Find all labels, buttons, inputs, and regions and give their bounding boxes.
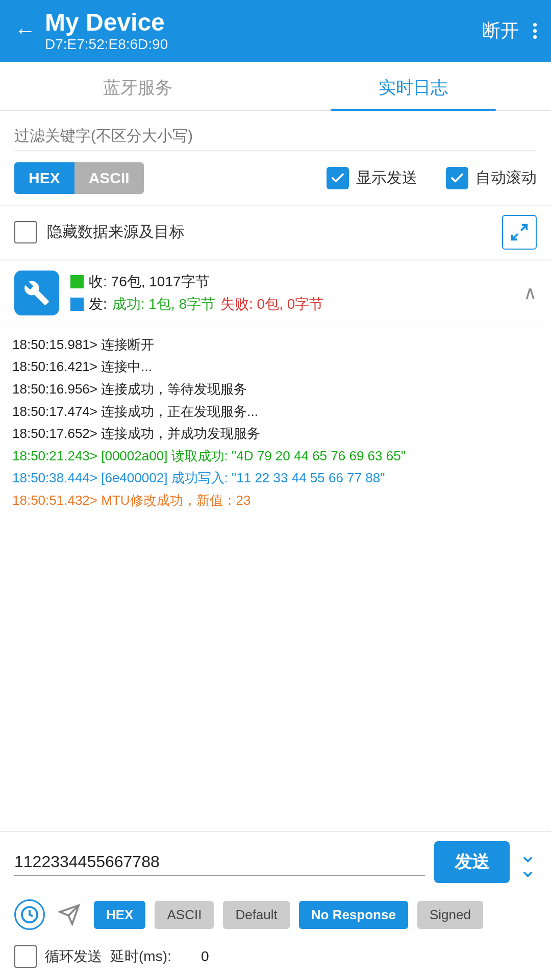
hide-source-row: 隐藏数据来源及目标	[0, 205, 551, 259]
filter-section	[0, 111, 551, 151]
send-paper-icon[interactable]	[54, 899, 85, 930]
stats-block: 收: 76包, 1017字节 发: 成功: 1包, 8字节 失败: 0包, 0字…	[70, 272, 512, 314]
tab-bluetooth[interactable]: 蓝牙服务	[0, 62, 276, 110]
send-input[interactable]	[14, 848, 425, 876]
hide-source-label: 隐藏数据来源及目标	[47, 222, 185, 242]
bottom-section: 发送 ⌄ ⌄ HEX ASCII Default No Response Sig…	[0, 831, 551, 980]
clock-icon[interactable]	[14, 899, 45, 930]
log-line: 18:50:21.243> [00002a00] 读取成功: "4D 79 20…	[12, 446, 539, 467]
header-right: 断开	[482, 18, 537, 43]
loop-row: 循环发送 延时(ms):	[0, 937, 551, 980]
send-row: 发送 ⌄ ⌄	[0, 832, 551, 892]
log-line: 18:50:17.474> 连接成功，正在发现服务...	[12, 401, 539, 423]
tab-realtime[interactable]: 实时日志	[276, 62, 551, 110]
send-stats: 发: 成功: 1包, 8字节 失败: 0包, 0字节	[70, 295, 512, 314]
tab-bar: 蓝牙服务 实时日志	[0, 62, 551, 111]
disconnect-button[interactable]: 断开	[482, 18, 519, 43]
show-send-group: 显示发送	[327, 167, 417, 189]
controls-row: HEX ASCII 显示发送 自动滚动	[0, 151, 551, 205]
send-success: 成功: 1包, 8字节	[112, 295, 215, 314]
auto-scroll-group: 自动滚动	[446, 167, 537, 189]
more-menu-button[interactable]	[533, 23, 537, 39]
send-button[interactable]: 发送	[434, 841, 510, 883]
dot3	[533, 35, 537, 39]
hex-button[interactable]: HEX	[14, 162, 74, 194]
device-address: D7:E7:52:E8:6D:90	[45, 36, 168, 53]
filter-input[interactable]	[14, 123, 537, 151]
delay-input[interactable]	[180, 946, 231, 967]
device-title: My Device	[45, 9, 168, 36]
log-line: 18:50:17.652> 连接成功，并成功发现服务	[12, 423, 539, 445]
log-area: 18:50:15.981> 连接断开18:50:16.421> 连接中...18…	[0, 325, 551, 831]
ascii-button[interactable]: ASCII	[74, 162, 144, 194]
expand-down-button[interactable]: ⌄ ⌄	[519, 847, 537, 877]
no-response-option-button[interactable]: No Response	[299, 901, 408, 929]
stats-row: 收: 76包, 1017字节 发: 成功: 1包, 8字节 失败: 0包, 0字…	[0, 261, 551, 325]
hex-option-button[interactable]: HEX	[94, 901, 145, 929]
collapse-button[interactable]: ∧	[523, 282, 537, 304]
loop-checkbox[interactable]	[14, 945, 37, 968]
default-option-button[interactable]: Default	[223, 901, 289, 929]
log-line: 18:50:15.981> 连接断开	[12, 334, 539, 356]
loop-label: 循环发送	[45, 947, 102, 966]
header: ← My Device D7:E7:52:E8:6D:90 断开	[0, 0, 551, 62]
recv-text: 收: 76包, 1017字节	[89, 272, 210, 291]
signed-option-button[interactable]: Signed	[417, 901, 483, 929]
fullscreen-button[interactable]	[502, 215, 537, 250]
log-line: 18:50:16.956> 连接成功，等待发现服务	[12, 379, 539, 400]
log-line: 18:50:51.432> MTU修改成功，新值：23	[12, 490, 539, 511]
show-send-checkbox[interactable]	[327, 167, 349, 189]
wrench-icon	[14, 271, 59, 315]
send-indicator	[70, 298, 84, 311]
hide-source-left: 隐藏数据来源及目标	[14, 221, 185, 243]
back-button[interactable]: ←	[14, 18, 36, 43]
ascii-option-button[interactable]: ASCII	[155, 901, 214, 929]
show-send-label: 显示发送	[356, 167, 417, 188]
dot1	[533, 23, 537, 27]
log-line: 18:50:16.421> 连接中...	[12, 356, 539, 378]
log-line: 18:50:38.444> [6e400002] 成功写入: "11 22 33…	[12, 468, 539, 489]
header-left: ← My Device D7:E7:52:E8:6D:90	[14, 9, 168, 53]
delay-label: 延时(ms):	[110, 947, 171, 966]
header-title-block: My Device D7:E7:52:E8:6D:90	[45, 9, 168, 53]
auto-scroll-checkbox[interactable]	[446, 167, 468, 189]
send-prefix: 发:	[89, 295, 107, 314]
options-row: HEX ASCII Default No Response Signed	[0, 892, 551, 937]
auto-scroll-label: 自动滚动	[475, 167, 537, 188]
send-fail: 失败: 0包, 0字节	[220, 295, 323, 314]
dot2	[533, 29, 537, 33]
format-group: HEX ASCII	[14, 162, 144, 194]
recv-stats: 收: 76包, 1017字节	[70, 272, 512, 291]
recv-indicator	[70, 275, 84, 288]
hide-source-checkbox[interactable]	[14, 221, 37, 243]
